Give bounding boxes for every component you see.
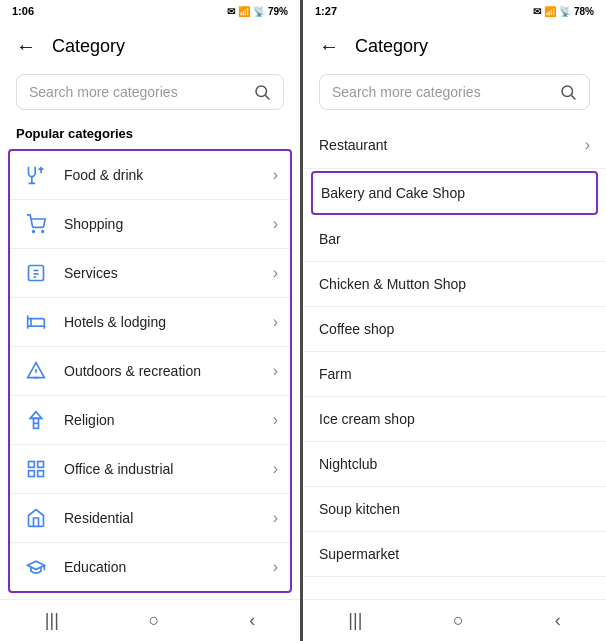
list-item-chicken-mutton[interactable]: Chicken & Mutton Shop <box>303 262 606 307</box>
list-item-supermarket[interactable]: Supermarket <box>303 532 606 577</box>
search-bar-right[interactable]: Search more categories <box>319 74 590 110</box>
nav-menu-left[interactable]: ||| <box>45 610 59 631</box>
nav-back-right[interactable]: ‹ <box>555 610 561 631</box>
ice-cream-label: Ice cream shop <box>319 411 590 427</box>
category-item-outdoors[interactable]: Outdoors & recreation › <box>10 347 290 396</box>
soup-kitchen-label: Soup kitchen <box>319 501 590 517</box>
shopping-chevron: › <box>273 215 278 233</box>
education-label: Education <box>64 559 273 575</box>
battery-left: 79% <box>268 6 288 17</box>
shopping-icon <box>22 210 50 238</box>
svg-line-22 <box>571 95 575 99</box>
category-item-services[interactable]: Services › <box>10 249 290 298</box>
search-bar-left[interactable]: Search more categories <box>16 74 284 110</box>
food-drink-icon <box>22 161 50 189</box>
list-item-ice-cream[interactable]: Ice cream shop <box>303 397 606 442</box>
residential-label: Residential <box>64 510 273 526</box>
status-time-right: 1:27 <box>315 5 337 17</box>
category-item-shopping[interactable]: Shopping › <box>10 200 290 249</box>
nav-home-left[interactable]: ○ <box>149 610 160 631</box>
search-placeholder-left: Search more categories <box>29 84 253 100</box>
battery-right: 78% <box>574 6 594 17</box>
hotels-label: Hotels & lodging <box>64 314 273 330</box>
svg-rect-19 <box>38 471 44 477</box>
signal-icon: 📶 <box>238 6 250 17</box>
list-item-coffee-shop[interactable]: Coffee shop <box>303 307 606 352</box>
category-item-hotels[interactable]: Hotels & lodging › <box>10 298 290 347</box>
farm-label: Farm <box>319 366 590 382</box>
svg-rect-18 <box>38 462 44 468</box>
list-item-farm[interactable]: Farm <box>303 352 606 397</box>
food-drink-chevron: › <box>273 166 278 184</box>
religion-icon <box>22 406 50 434</box>
page-title-left: Category <box>52 36 125 57</box>
list-item-bakery[interactable]: Bakery and Cake Shop <box>311 171 598 215</box>
category-item-food-drink[interactable]: Food & drink › <box>10 151 290 200</box>
signal-icon-right: 📶 <box>544 6 556 17</box>
services-chevron: › <box>273 264 278 282</box>
religion-chevron: › <box>273 411 278 429</box>
list-item-bar[interactable]: Bar <box>303 217 606 262</box>
msg-icon-right: ✉ <box>533 6 541 17</box>
msg-icon: ✉ <box>227 6 235 17</box>
religion-label: Religion <box>64 412 273 428</box>
top-bar-left: ← Category <box>0 22 300 70</box>
time-left: 1:06 <box>12 5 34 17</box>
food-drink-label: Food & drink <box>64 167 273 183</box>
page-title-right: Category <box>355 36 428 57</box>
right-panel: 1:27 ✉ 📶 📡 78% ← Category Search more ca… <box>303 0 606 641</box>
restaurant-label: Restaurant <box>319 137 585 153</box>
search-placeholder-right: Search more categories <box>332 84 559 100</box>
nav-menu-right[interactable]: ||| <box>348 610 362 631</box>
category-list-right: Restaurant › Bakery and Cake Shop Bar Ch… <box>303 122 606 599</box>
category-item-office[interactable]: Office & industrial › <box>10 445 290 494</box>
category-item-education[interactable]: Education › <box>10 543 290 591</box>
category-item-residential[interactable]: Residential › <box>10 494 290 543</box>
chicken-mutton-label: Chicken & Mutton Shop <box>319 276 590 292</box>
svg-rect-17 <box>29 462 35 468</box>
education-icon <box>22 553 50 581</box>
supermarket-label: Supermarket <box>319 546 590 562</box>
list-item-nightclub[interactable]: Nightclub <box>303 442 606 487</box>
outdoors-label: Outdoors & recreation <box>64 363 273 379</box>
nav-back-left[interactable]: ‹ <box>249 610 255 631</box>
bottom-nav-left: ||| ○ ‹ <box>0 599 300 641</box>
status-time-left: 1:06 <box>12 5 34 17</box>
svg-point-0 <box>256 86 267 97</box>
search-icon-left <box>253 83 271 101</box>
residential-icon <box>22 504 50 532</box>
wifi-icon-right: 📡 <box>559 6 571 17</box>
wifi-icon: 📡 <box>253 6 265 17</box>
svg-line-1 <box>265 95 269 99</box>
shopping-label: Shopping <box>64 216 273 232</box>
nightclub-label: Nightclub <box>319 456 590 472</box>
list-item-soup-kitchen[interactable]: Soup kitchen <box>303 487 606 532</box>
time-right: 1:27 <box>315 5 337 17</box>
outdoors-chevron: › <box>273 362 278 380</box>
nav-home-right[interactable]: ○ <box>453 610 464 631</box>
svg-point-7 <box>42 231 44 233</box>
list-item-restaurant[interactable]: Restaurant › <box>303 122 606 169</box>
hotels-icon <box>22 308 50 336</box>
coffee-shop-label: Coffee shop <box>319 321 590 337</box>
svg-point-21 <box>562 86 573 97</box>
hotels-chevron: › <box>273 313 278 331</box>
categories-box: Food & drink › Shopping › <box>8 149 292 593</box>
category-item-religion[interactable]: Religion › <box>10 396 290 445</box>
office-label: Office & industrial <box>64 461 273 477</box>
status-bar-right: 1:27 ✉ 📶 📡 78% <box>303 0 606 22</box>
popular-categories-title: Popular categories <box>0 122 300 149</box>
svg-rect-20 <box>29 471 35 477</box>
svg-point-6 <box>33 231 35 233</box>
status-bar-left: 1:06 ✉ 📶 📡 79% <box>0 0 300 22</box>
services-icon <box>22 259 50 287</box>
residential-chevron: › <box>273 509 278 527</box>
office-icon <box>22 455 50 483</box>
back-button-right[interactable]: ← <box>319 35 339 58</box>
left-panel: 1:06 ✉ 📶 📡 79% ← Category Search more ca… <box>0 0 303 641</box>
services-label: Services <box>64 265 273 281</box>
top-bar-right: ← Category <box>303 22 606 70</box>
bar-label: Bar <box>319 231 590 247</box>
back-button-left[interactable]: ← <box>16 35 36 58</box>
bakery-label: Bakery and Cake Shop <box>321 185 588 201</box>
